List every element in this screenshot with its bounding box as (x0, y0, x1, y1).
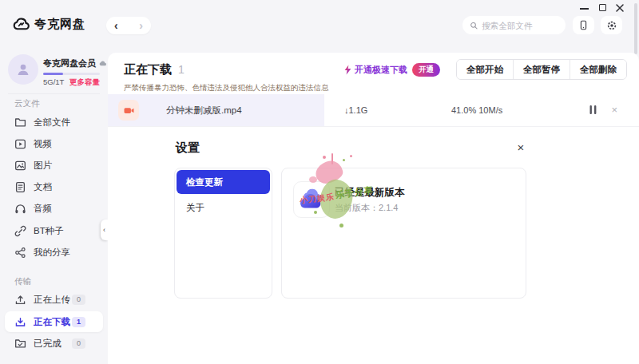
completed-count-badge: 0 (72, 338, 85, 349)
pause-icon[interactable] (589, 105, 597, 115)
sidebar-item-bt-seeds[interactable]: BT种子 (0, 220, 108, 241)
history-nav: ‹ › (106, 17, 151, 34)
folder-icon (14, 117, 26, 129)
speed-promo-label: 开通极速下载 (355, 64, 407, 76)
sidebar-item-downloading[interactable]: 正在下载 1 (5, 311, 103, 332)
update-status: 已经是最新版本 (335, 186, 405, 200)
sidebar-item-documents[interactable]: 文档 (0, 176, 108, 197)
phone-icon (578, 20, 589, 30)
download-filename: 分钟未删减版.mp4 (166, 94, 242, 126)
start-all-button[interactable]: 全部开始 (457, 60, 513, 79)
menu-item-about[interactable]: 关于 (175, 202, 272, 214)
back-button[interactable]: ‹ (114, 18, 118, 34)
download-row[interactable]: 分钟未删减版.mp4 ↓1.1G 41.0% 10M/s × (108, 94, 639, 127)
app-title: 夸克网盘 (34, 17, 85, 32)
update-panel: 已经是最新版本 当前版本：2.1.4 (281, 168, 526, 299)
batch-actions: 全部开始 全部暂停 全部删除 (456, 59, 627, 80)
settings-button[interactable] (601, 16, 622, 34)
image-icon (14, 160, 26, 172)
sidebar-item-audio[interactable]: 音频 (0, 198, 108, 219)
lightning-icon (343, 65, 352, 75)
audio-icon (14, 203, 26, 215)
sidebar-item-all-files[interactable]: 全部文件 (0, 112, 108, 133)
delete-all-button[interactable]: 全部删除 (570, 60, 626, 79)
forward-button[interactable]: › (139, 18, 143, 34)
transfer-section-label: 传输 (14, 276, 31, 287)
storage-usage: 5G/1T (43, 77, 64, 86)
dialog-title: 设置 (176, 140, 200, 156)
menu-item-check-update[interactable]: 检查更新 (177, 170, 270, 194)
dialog-close-icon[interactable]: × (512, 140, 530, 156)
more-storage-link[interactable]: 更多容量 (69, 77, 100, 88)
pause-all-button[interactable]: 全部暂停 (513, 60, 570, 79)
video-icon (14, 138, 26, 150)
main-panel: 正在下载 1 开通极速下载 开通 全部开始 全部暂停 全部删除 严禁传播暴力恐怖… (108, 53, 639, 364)
close-window-button[interactable] (615, 3, 625, 13)
current-version: 当前版本：2.1.4 (335, 202, 398, 214)
video-file-icon (118, 100, 139, 121)
search-box[interactable] (462, 16, 566, 34)
settings-menu: 检查更新 关于 (174, 168, 272, 299)
minimize-button[interactable] (580, 8, 589, 10)
download-icon (14, 316, 26, 328)
legal-notice: 严禁传播暴力恐怖、色情违法及侵犯他人合法权益的违法信息 (124, 83, 329, 93)
sidebar: 夸克网盘会员 5G/1T 更多容量 云文件 全部文件 视频 (0, 48, 108, 364)
maximize-button[interactable] (599, 4, 606, 11)
download-progress: 41.0% 10M/s (451, 94, 502, 126)
avatar[interactable] (8, 54, 38, 85)
app-logo-box (293, 181, 330, 218)
mobile-app-button[interactable] (573, 16, 594, 34)
link-icon (14, 225, 26, 237)
download-count: 1 (178, 63, 185, 76)
sidebar-item-my-shares[interactable]: 我的分享 (0, 242, 108, 263)
video-camera-icon (123, 105, 135, 117)
search-input[interactable] (482, 21, 558, 30)
app-logo: 夸克网盘 (12, 15, 85, 33)
activate-badge[interactable]: 开通 (412, 63, 440, 77)
share-icon (14, 247, 26, 259)
sidebar-item-videos[interactable]: 视频 (0, 133, 108, 154)
member-cloud-icon (98, 59, 107, 68)
person-icon (15, 61, 31, 77)
completed-icon (14, 338, 26, 350)
splash-drip (331, 153, 333, 164)
storage-progress-bar (43, 73, 100, 75)
cancel-download-icon[interactable]: × (611, 94, 617, 126)
quark-drive-window: 夸克网盘 ‹ › (0, 0, 639, 364)
speed-promo-link[interactable]: 开通极速下载 开通 (343, 63, 440, 77)
download-size: ↓1.1G (344, 94, 367, 126)
cloud-section-label: 云文件 (14, 98, 40, 109)
upload-count-badge: 0 (72, 295, 85, 305)
sidebar-collapse-handle[interactable]: ‹ (101, 220, 108, 240)
quark-cloud-icon (297, 185, 326, 214)
gear-icon (606, 20, 617, 31)
sidebar-item-completed[interactable]: 已完成 0 (0, 333, 108, 354)
cloud-logo-icon (12, 15, 30, 33)
sidebar-item-images[interactable]: 图片 (0, 155, 108, 176)
document-icon (14, 181, 26, 193)
download-count-badge: 1 (72, 317, 85, 327)
upload-icon (14, 294, 26, 306)
sidebar-divider (8, 93, 100, 94)
scrollbar-thumb[interactable] (634, 3, 637, 54)
search-icon (470, 21, 478, 30)
downloads-header: 正在下载 1 开通极速下载 开通 全部开始 全部暂停 全部删除 (108, 53, 639, 83)
user-name: 夸克网盘会员 (43, 57, 107, 69)
sidebar-item-uploading[interactable]: 正在上传 0 (0, 289, 108, 310)
page-title: 正在下载 (124, 62, 172, 77)
